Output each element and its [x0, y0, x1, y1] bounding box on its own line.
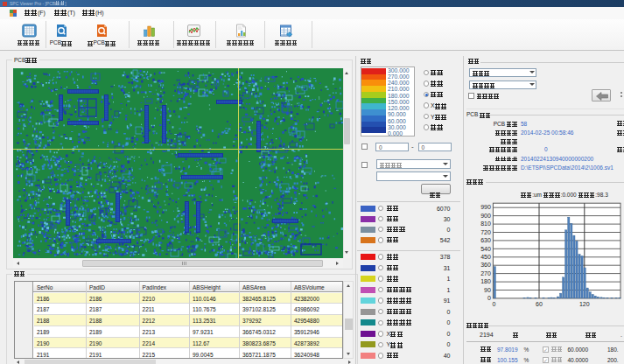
svg-text:990: 990 [480, 204, 491, 210]
svg-text:60: 60 [536, 301, 543, 307]
svg-text:720: 720 [480, 229, 491, 235]
svg-text:270: 270 [480, 270, 491, 276]
svg-text:360: 360 [480, 262, 491, 268]
svg-text:630: 630 [480, 237, 491, 243]
svg-text:120: 120 [579, 301, 590, 307]
svg-text:90: 90 [484, 287, 491, 293]
svg-text:450: 450 [480, 254, 491, 260]
svg-text:900: 900 [480, 213, 491, 219]
svg-text:180: 180 [480, 278, 491, 284]
svg-text:0: 0 [487, 295, 491, 301]
svg-text:810: 810 [480, 220, 491, 227]
svg-text:0: 0 [493, 301, 496, 307]
svg-text:540: 540 [480, 246, 491, 252]
